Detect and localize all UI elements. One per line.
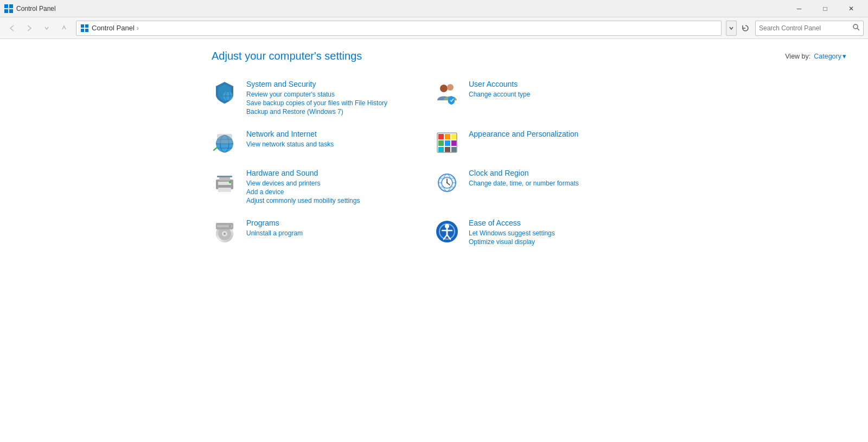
svg-rect-0 [4, 4, 8, 8]
address-separator: › [137, 24, 139, 32]
appearance-title[interactable]: Appearance and Personalization [469, 130, 646, 138]
svg-point-14 [440, 85, 448, 92]
network-internet-icon [212, 130, 238, 156]
svg-rect-24 [451, 134, 457, 139]
system-security-content: System and Security Review your computer… [246, 80, 423, 117]
appearance-content: Appearance and Personalization [469, 130, 646, 140]
recent-locations-button[interactable] [39, 21, 54, 36]
main-content: Adjust your computer's settings View by:… [0, 39, 868, 442]
address-text: Control Panel [92, 24, 135, 32]
network-internet-title[interactable]: Network and Internet [246, 130, 423, 138]
svg-rect-30 [451, 147, 457, 152]
ease-of-access-link-2[interactable]: Optimize visual display [469, 238, 646, 246]
hardware-sound-title[interactable]: Hardware and Sound [246, 169, 423, 177]
system-security-title[interactable]: System and Security [246, 80, 423, 88]
hardware-sound-link-1[interactable]: View devices and printers [246, 180, 423, 187]
category-network-internet: Network and Internet View network status… [212, 123, 434, 162]
view-by-chevron: ▾ [843, 52, 846, 60]
system-security-link-2[interactable]: Save backup copies of your files with Fi… [246, 99, 423, 107]
svg-rect-3 [9, 9, 13, 13]
svg-rect-1 [9, 4, 13, 8]
category-hardware-sound: Hardware and Sound View devices and prin… [212, 162, 434, 212]
window-title: Control Panel [16, 5, 56, 12]
svg-rect-29 [445, 147, 450, 152]
page-header: Adjust your computer's settings View by:… [0, 50, 868, 73]
close-button[interactable]: ✕ [839, 0, 864, 17]
svg-rect-25 [438, 140, 444, 146]
svg-rect-5 [85, 24, 88, 28]
network-internet-content: Network and Internet View network status… [246, 130, 423, 149]
clock-region-title[interactable]: Clock and Region [469, 169, 646, 177]
navigation-bar: Control Panel › [0, 17, 868, 39]
svg-rect-2 [4, 9, 8, 13]
app-icon [4, 4, 13, 13]
address-bar[interactable]: Control Panel › [76, 21, 722, 36]
title-bar: Control Panel ─ □ ✕ [0, 0, 868, 17]
hardware-sound-content: Hardware and Sound View devices and prin… [246, 169, 423, 206]
ease-of-access-icon [434, 219, 460, 245]
svg-point-53 [224, 233, 226, 235]
address-bar-icon [81, 24, 88, 32]
system-security-link-3[interactable]: Backup and Restore (Windows 7) [246, 108, 423, 116]
category-ease-of-access: Ease of Access Let Windows suggest setti… [434, 212, 656, 253]
svg-rect-37 [217, 176, 232, 177]
svg-point-56 [229, 225, 231, 227]
window-controls: ─ □ ✕ [787, 0, 864, 17]
hardware-sound-link-3[interactable]: Adjust commonly used mobility settings [246, 197, 423, 204]
hardware-sound-icon [212, 169, 238, 195]
network-internet-link-1[interactable]: View network status and tasks [246, 140, 423, 148]
programs-link-1[interactable]: Uninstall a program [246, 229, 423, 237]
ease-of-access-content: Ease of Access Let Windows suggest setti… [469, 219, 646, 247]
svg-rect-21 [217, 134, 232, 144]
view-by-label: View by: [785, 53, 810, 60]
hardware-sound-link-2[interactable]: Add a device [246, 188, 423, 196]
view-by-control: View by: Category ▾ [785, 52, 846, 60]
category-clock-region: Clock and Region Change date, time, or n… [434, 162, 656, 212]
up-button[interactable] [56, 21, 72, 36]
clock-region-link-1[interactable]: Change date, time, or number formats [469, 180, 646, 187]
forward-button[interactable] [22, 21, 37, 36]
svg-rect-4 [81, 24, 84, 28]
minimize-button[interactable]: ─ [787, 0, 812, 17]
user-accounts-link-1[interactable]: Change account type [469, 91, 646, 98]
category-programs: Programs Uninstall a program [212, 212, 434, 253]
category-system-security: System and Security Review your computer… [212, 73, 434, 123]
svg-point-48 [446, 182, 448, 183]
ease-of-access-title[interactable]: Ease of Access [469, 219, 646, 227]
svg-point-8 [853, 24, 858, 29]
programs-icon [212, 219, 238, 245]
search-box[interactable] [755, 21, 864, 36]
maximize-button[interactable]: □ [813, 0, 838, 17]
svg-rect-6 [81, 29, 84, 32]
system-security-link-1[interactable]: Review your computer's status [246, 91, 423, 98]
svg-rect-28 [438, 147, 444, 152]
view-by-value-text: Category [814, 53, 841, 60]
clock-region-icon [434, 169, 460, 195]
categories-grid: System and Security Review your computer… [190, 73, 678, 253]
view-by-dropdown[interactable]: Category ▾ [814, 52, 846, 60]
user-accounts-icon [434, 80, 460, 106]
address-dropdown-button[interactable] [726, 21, 737, 36]
appearance-icon [434, 130, 460, 156]
category-appearance: Appearance and Personalization [434, 123, 656, 162]
refresh-button[interactable] [738, 21, 753, 36]
search-input[interactable] [759, 24, 853, 32]
page-title: Adjust your computer's settings [212, 50, 362, 62]
category-user-accounts: User Accounts Change account type [434, 73, 656, 123]
clock-region-content: Clock and Region Change date, time, or n… [469, 169, 646, 188]
ease-of-access-link-1[interactable]: Let Windows suggest settings [469, 229, 646, 237]
svg-rect-27 [451, 140, 457, 146]
svg-point-15 [447, 84, 454, 91]
back-button[interactable] [4, 21, 20, 36]
svg-rect-22 [438, 134, 444, 139]
programs-title[interactable]: Programs [246, 219, 423, 227]
system-security-icon [212, 80, 238, 106]
svg-rect-23 [445, 134, 450, 139]
svg-rect-36 [220, 186, 229, 187]
programs-content: Programs Uninstall a program [246, 219, 423, 238]
user-accounts-content: User Accounts Change account type [469, 80, 646, 99]
user-accounts-title[interactable]: User Accounts [469, 80, 646, 88]
search-button[interactable] [853, 24, 860, 33]
svg-rect-35 [218, 188, 231, 192]
svg-rect-7 [85, 29, 88, 32]
